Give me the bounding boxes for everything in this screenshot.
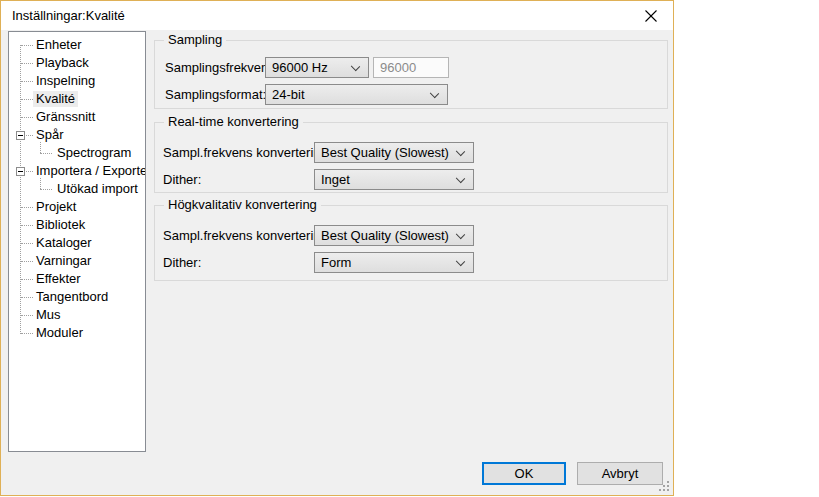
highquality-conversion-group: Högkvalitativ konvertering Sampl.frekven… bbox=[154, 205, 668, 281]
sidebar-item-importera-exportera[interactable]: Importera / Exportera bbox=[9, 162, 145, 180]
tree-collapse-icon[interactable] bbox=[16, 167, 25, 176]
sidebar-item-spar[interactable]: Spår bbox=[9, 126, 145, 144]
highquality-converter-combobox[interactable]: Best Quality (Slowest) bbox=[314, 225, 474, 246]
chevron-down-icon bbox=[430, 89, 439, 98]
highquality-converter-label: Sampl.frekvens konvertering: bbox=[163, 225, 331, 246]
realtime-dither-combobox[interactable]: Inget bbox=[314, 169, 474, 190]
highquality-group-title: Högkvalitativ konvertering bbox=[164, 197, 321, 212]
realtime-conversion-group: Real-time konvertering Sampl.frekvens ko… bbox=[154, 122, 668, 193]
sidebar-item-projekt[interactable]: Projekt bbox=[9, 198, 145, 216]
sidebar-item-inspelning[interactable]: Inspelning bbox=[9, 72, 145, 90]
realtime-dither-label: Dither: bbox=[163, 169, 201, 190]
highquality-dither-label: Dither: bbox=[163, 252, 201, 273]
sample-format-combobox[interactable]: 24-bit bbox=[265, 84, 448, 105]
sidebar-item-utokad-import[interactable]: Utökad import bbox=[9, 180, 145, 198]
chevron-down-icon bbox=[351, 62, 360, 71]
sidebar-item-kvalite[interactable]: Kvalité bbox=[9, 90, 145, 108]
sampling-group: Sampling Samplingsfrekvens: 96000 Hz 960… bbox=[154, 40, 668, 109]
chevron-down-icon bbox=[456, 174, 465, 183]
chevron-down-icon bbox=[456, 257, 465, 266]
sidebar-item-enheter[interactable]: Enheter bbox=[9, 36, 145, 54]
sidebar-item-granssnitt[interactable]: Gränssnitt bbox=[9, 108, 145, 126]
close-button[interactable] bbox=[629, 1, 673, 30]
cancel-button[interactable]: Avbryt bbox=[577, 462, 663, 485]
title-bar[interactable]: Inställningar:Kvalité bbox=[1, 1, 673, 30]
desktop-background: Inställningar:Kvalité Enheter Playback I… bbox=[0, 0, 819, 497]
sidebar-item-moduler[interactable]: Moduler bbox=[9, 324, 145, 342]
sample-rate-label: Samplingsfrekvens: bbox=[165, 57, 278, 78]
sidebar-item-tangentbord[interactable]: Tangentbord bbox=[9, 288, 145, 306]
preferences-category-tree: Enheter Playback Inspelning Kvalité Grän… bbox=[8, 31, 146, 452]
sample-format-label: Samplingsformat: bbox=[165, 84, 266, 105]
sidebar-item-spectrogram[interactable]: Spectrogram bbox=[9, 144, 145, 162]
sidebar-item-effekter[interactable]: Effekter bbox=[9, 270, 145, 288]
custom-sample-rate-field[interactable]: 96000 bbox=[373, 57, 449, 78]
sidebar-item-kataloger[interactable]: Kataloger bbox=[9, 234, 145, 252]
sample-rate-combobox[interactable]: 96000 Hz bbox=[265, 57, 369, 78]
realtime-group-title: Real-time konvertering bbox=[164, 114, 303, 129]
chevron-down-icon bbox=[456, 147, 465, 156]
sidebar-item-bibliotek[interactable]: Bibliotek bbox=[9, 216, 145, 234]
realtime-converter-combobox[interactable]: Best Quality (Slowest) bbox=[314, 142, 474, 163]
chevron-down-icon bbox=[456, 230, 465, 239]
sampling-group-title: Sampling bbox=[164, 32, 226, 47]
tree-collapse-icon[interactable] bbox=[16, 131, 25, 140]
ok-button[interactable]: OK bbox=[482, 462, 566, 485]
realtime-converter-label: Sampl.frekvens konvertering: bbox=[163, 142, 331, 163]
preferences-dialog: Inställningar:Kvalité Enheter Playback I… bbox=[0, 0, 674, 496]
highquality-dither-combobox[interactable]: Form bbox=[314, 252, 474, 273]
close-icon bbox=[644, 9, 658, 23]
sidebar-item-playback[interactable]: Playback bbox=[9, 54, 145, 72]
sidebar-item-varningar[interactable]: Varningar bbox=[9, 252, 145, 270]
resize-grip-icon[interactable] bbox=[657, 479, 670, 492]
window-title: Inställningar:Kvalité bbox=[12, 1, 125, 30]
sidebar-item-mus[interactable]: Mus bbox=[9, 306, 145, 324]
